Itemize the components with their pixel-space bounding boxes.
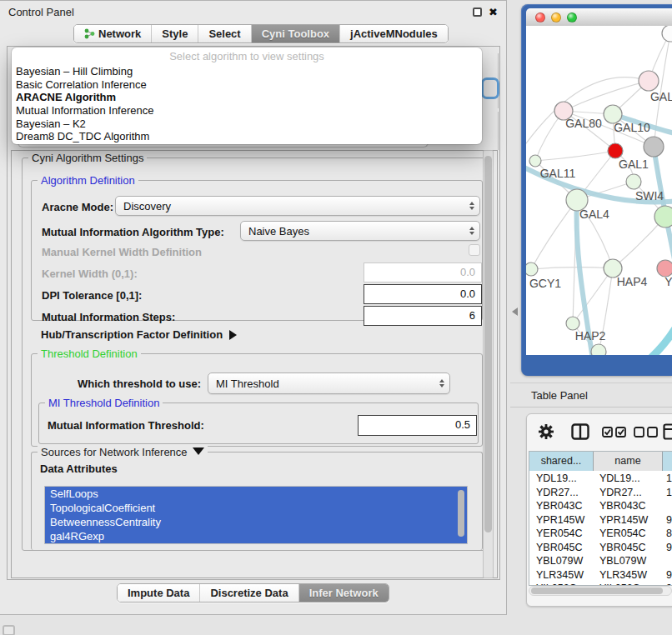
table-cell: YLR345W: [536, 568, 584, 582]
graph-node-label: GAL4: [579, 208, 609, 221]
network-window-titlebar[interactable]: [526, 8, 672, 26]
hub-section-toggle[interactable]: Hub/Transcription Factor Definition: [41, 328, 237, 341]
table-panel-title: Table Panel: [531, 389, 588, 402]
cyni-bottom-tabbar: Impute DataDiscretize DataInfer Network: [117, 583, 389, 602]
kernel-width-label: Kernel Width (0,1):: [42, 268, 138, 280]
table-cell: YER054C: [536, 527, 583, 541]
manual-kernel-label: Manual Kernel Width Definition: [42, 246, 202, 258]
hub-section-label: Hub/Transcription Factor Definition: [41, 328, 223, 341]
corner-widget-icon[interactable]: [3, 625, 15, 635]
table-row[interactable]: YBL079WYBL079W: [529, 554, 672, 568]
control-panel-tabbar: NetworkStyleSelectCyni ToolboxjActiveMNo…: [73, 24, 449, 43]
tab-label: Select: [208, 28, 240, 40]
float-window-icon[interactable]: [473, 8, 482, 17]
algorithm-option-bayesian-k2[interactable]: Bayesian – K2: [12, 118, 482, 131]
sources-group-title[interactable]: Sources for Network Inference: [38, 446, 208, 458]
graph-node-gcy1[interactable]: [526, 262, 538, 276]
tab-network[interactable]: Network: [74, 25, 152, 42]
table-row[interactable]: YDR27...YDR27...12: [529, 486, 672, 500]
table-cell: 9.: [666, 513, 672, 528]
data-attribute-item-gal4rgexp[interactable]: gal4RGexp: [45, 529, 467, 543]
graph-node[interactable]: [608, 143, 623, 158]
table-row[interactable]: YDL19...YDL19...13: [529, 472, 672, 486]
algorithm-option-dream8-dc-tdc-algorithm[interactable]: Dream8 DC_TDC Algorithm: [12, 130, 482, 143]
mi-steps-field[interactable]: 6: [364, 306, 482, 326]
table-horizontal-scrollbar[interactable]: [529, 586, 672, 596]
columns-icon[interactable]: [571, 423, 589, 440]
list-scrollbar-thumb[interactable]: [458, 490, 464, 537]
network-canvas[interactable]: GALGAL80GAL10GAL11GAL1SWI4GAL4GCY1HAP4YH…: [526, 26, 672, 355]
mi-threshold-field[interactable]: 0.5: [358, 415, 477, 436]
gear-icon[interactable]: [538, 423, 554, 440]
which-threshold-label: Which threshold to use:: [78, 378, 201, 390]
select-unchecked-icon[interactable]: [634, 427, 659, 438]
table-panel-window: shared...name YDL19...YDL19...13YDR27...…: [526, 413, 672, 607]
graph-node-hap2[interactable]: [566, 317, 579, 330]
zoom-traffic-light-icon[interactable]: [567, 12, 577, 22]
vertical-scrollbar[interactable]: [483, 150, 494, 578]
table-row[interactable]: YLR345WYLR345W9.: [529, 568, 672, 582]
graph-node-swi4[interactable]: [654, 206, 672, 228]
mi-type-combo[interactable]: Naive Bayes: [240, 221, 480, 241]
graph-node-gal1[interactable]: [626, 174, 641, 189]
graph-node-label: GAL1: [619, 158, 649, 171]
group-title: MI Threshold Definition: [45, 397, 163, 409]
split-pane-collapse-icon[interactable]: [512, 308, 518, 316]
kernel-width-field[interactable]: 0.0: [364, 262, 482, 282]
graph-node[interactable]: [662, 26, 672, 42]
dpi-tolerance-label: DPI Tolerance [0,1]:: [42, 289, 142, 302]
graph-node-gal[interactable]: [639, 71, 659, 91]
aracne-mode-combo[interactable]: Discovery: [115, 196, 480, 216]
select-checked-icon[interactable]: [602, 427, 627, 438]
tab-discretize-data[interactable]: Discretize Data: [200, 584, 298, 602]
graph-node[interactable]: [591, 344, 606, 355]
group-title: Threshold Definition: [38, 348, 141, 360]
table-cell: YBR043C: [536, 499, 583, 513]
algorithm-option-bayesian-hill-climbing[interactable]: Bayesian – Hill Climbing: [12, 65, 482, 78]
close-traffic-light-icon[interactable]: [535, 12, 545, 22]
algorithm-option-aracne-algorithm[interactable]: ARACNE Algorithm: [12, 91, 482, 104]
column-header-shared[interactable]: shared...: [529, 452, 594, 471]
table-cell: YPR145W: [599, 513, 648, 528]
network-view-window: GALGAL80GAL10GAL11GAL1SWI4GAL4GCY1HAP4YH…: [521, 4, 672, 376]
data-attributes-list[interactable]: SelfLoopsTopologicalCoefficientBetweenne…: [44, 486, 468, 544]
table-cell: YLR345W: [599, 568, 647, 582]
tab-select[interactable]: Select: [198, 25, 251, 42]
column-header-name[interactable]: name: [594, 452, 663, 471]
tab-style[interactable]: Style: [152, 25, 198, 42]
table-panel-titlebar: Table Panel: [510, 382, 672, 408]
tab-jactivemnodules[interactable]: jActiveMNodules: [340, 25, 448, 42]
close-icon[interactable]: ✖: [489, 8, 498, 17]
mi-type-value: Naive Bayes: [248, 225, 309, 238]
node-table[interactable]: shared...name YDL19...YDL19...13YDR27...…: [529, 451, 672, 586]
minimize-traffic-light-icon[interactable]: [551, 12, 561, 22]
column-header-2[interactable]: [663, 452, 672, 471]
export-table-icon[interactable]: [663, 423, 672, 440]
algorithm-option-mutual-information-inference[interactable]: Mutual Information Inference: [12, 104, 482, 118]
data-attribute-item-topologicalcoefficient[interactable]: TopologicalCoefficient: [45, 501, 467, 515]
table-row[interactable]: YER054CYER054C8.: [529, 527, 672, 541]
table-row[interactable]: YBR045CYBR045C9.: [529, 541, 672, 555]
stepper-icon: [469, 202, 474, 210]
table-cell: YDR27...: [599, 486, 642, 500]
table-row[interactable]: YPR145WYPR145W9.: [529, 513, 672, 528]
dpi-tolerance-field[interactable]: 0.0: [364, 284, 482, 304]
graph-node-label: HAP4: [617, 275, 648, 288]
algorithm-option-basic-correlation-inference[interactable]: Basic Correlation Inference: [12, 78, 482, 92]
table-cell: YBL079W: [599, 554, 646, 568]
manual-kernel-checkbox[interactable]: [469, 244, 480, 256]
graph-node-gal11[interactable]: [529, 155, 541, 167]
data-attribute-item-selfloops[interactable]: SelfLoops: [45, 487, 467, 501]
table-cell: 12: [666, 486, 672, 500]
graph-node[interactable]: [644, 137, 664, 157]
tab-cyni-toolbox[interactable]: Cyni Toolbox: [252, 25, 340, 42]
collapsed-arrow-icon: [229, 330, 237, 340]
tab-infer-network[interactable]: Infer Network: [299, 584, 389, 602]
inference-algorithm-combo-fragment[interactable]: [481, 78, 499, 99]
which-threshold-combo[interactable]: MI Threshold: [208, 372, 450, 394]
graph-node-label: GCY1: [529, 277, 561, 290]
table-row[interactable]: YBR043CYBR043C: [529, 499, 672, 513]
data-attribute-item-betweennesscentrality[interactable]: BetweennessCentrality: [45, 515, 467, 529]
graph-node-y[interactable]: [657, 260, 672, 277]
tab-impute-data[interactable]: Impute Data: [118, 584, 200, 602]
